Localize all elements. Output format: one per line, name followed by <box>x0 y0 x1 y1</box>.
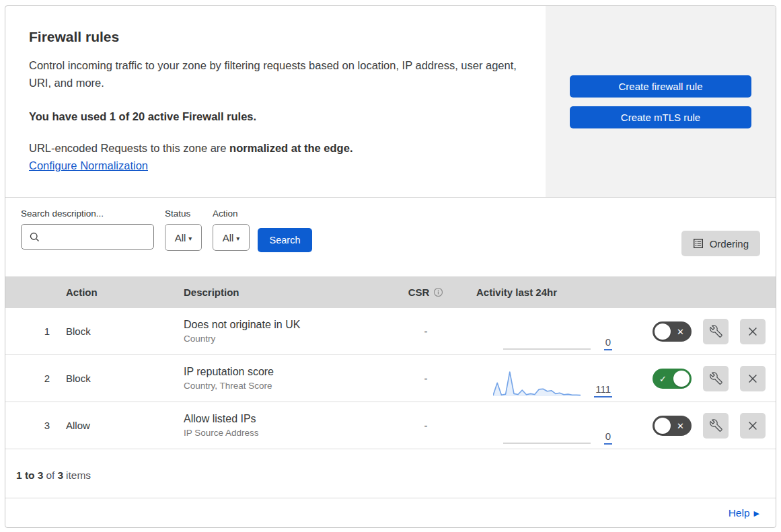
pagination-summary: 1 to 3 of 3 items <box>5 449 776 498</box>
help-link[interactable]: Help ▶ <box>729 507 759 519</box>
wrench-icon <box>710 325 722 338</box>
rule-priority: 1 <box>5 326 66 337</box>
items-of: of <box>46 469 54 482</box>
search-button[interactable]: Search <box>258 228 312 252</box>
status-group: Status All ▾ <box>165 208 202 251</box>
edit-rule-button[interactable] <box>703 366 729 391</box>
create-firewall-rule-button[interactable]: Create firewall rule <box>570 75 751 98</box>
activity-sparkline <box>503 416 591 445</box>
rule-action: Allow <box>66 420 184 431</box>
rule-csr: - <box>392 373 459 384</box>
normalization-prefix: URL-encoded Requests to this zone are <box>29 142 229 154</box>
normalization-note: URL-encoded Requests to this zone are no… <box>29 142 519 155</box>
x-icon: ✕ <box>677 421 684 430</box>
csr-label: CSR <box>408 287 430 298</box>
usage-summary: You have used 1 of 20 active Firewall ru… <box>29 110 519 123</box>
action-value: All <box>223 232 234 243</box>
rule-priority: 3 <box>5 420 66 431</box>
configure-normalization-link[interactable]: Configure Normalization <box>29 159 148 172</box>
rule-fields: IP Source Address <box>184 428 392 438</box>
status-value: All <box>175 232 186 243</box>
csr-column-header: CSR <box>392 287 459 298</box>
ordering-label: Ordering <box>710 238 749 250</box>
rule-description: IP reputation score Country, Threat Scor… <box>184 366 392 391</box>
filter-bar: Search description... Status All ▾ Actio… <box>5 198 776 276</box>
rule-action: Block <box>66 326 184 337</box>
rule-description-title: Allow listed IPs <box>184 413 392 425</box>
search-label: Search description... <box>21 208 154 219</box>
status-select[interactable]: All ▾ <box>165 224 202 251</box>
cta-panel: Create firewall rule Create mTLS rule <box>546 6 776 197</box>
activity-sparkline <box>493 369 581 397</box>
toggle-knob <box>655 324 671 340</box>
arrow-right-icon: ▶ <box>754 509 759 518</box>
rule-action: Block <box>66 373 184 384</box>
table-header: Action Description CSR Activity last 24h… <box>5 276 776 308</box>
ordering-button[interactable]: Ordering <box>681 231 760 256</box>
help-bar: Help ▶ <box>5 498 776 528</box>
intro-text: Firewall rules Control incoming traffic … <box>5 6 546 197</box>
page-title: Firewall rules <box>29 29 519 45</box>
items-word: items <box>66 469 91 482</box>
rule-description: Does not originate in UK Country <box>184 319 392 344</box>
edit-rule-button[interactable] <box>703 413 729 439</box>
search-icon <box>29 231 40 243</box>
rule-enable-toggle[interactable]: ✓ ✕ <box>653 369 692 389</box>
rule-activity: 0 <box>459 416 631 445</box>
action-label: Action <box>213 208 250 219</box>
chevron-down-icon: ▾ <box>188 233 192 242</box>
table-row: 3 Allow Allow listed IPs IP Source Addre… <box>5 402 776 449</box>
status-label: Status <box>165 208 202 219</box>
table-row: 2 Block IP reputation score Country, Thr… <box>5 355 776 402</box>
action-column-header: Action <box>66 287 184 298</box>
toggle-knob <box>673 371 690 387</box>
intro-section: Firewall rules Control incoming traffic … <box>5 6 776 198</box>
rule-description: Allow listed IPs IP Source Address <box>184 413 392 438</box>
rule-activity: 0 <box>459 322 631 350</box>
rule-activity: 111 <box>459 369 631 397</box>
toggle-knob <box>655 418 671 434</box>
edit-rule-button[interactable] <box>703 319 729 344</box>
x-icon: ✕ <box>677 327 684 336</box>
activity-sparkline <box>503 322 591 350</box>
rule-priority: 2 <box>5 373 66 384</box>
list-icon <box>693 238 704 249</box>
delete-rule-button[interactable] <box>740 413 766 439</box>
activity-count-link[interactable]: 0 <box>604 431 612 445</box>
search-input[interactable] <box>43 225 151 248</box>
wrench-icon <box>710 372 722 385</box>
info-icon[interactable] <box>433 287 443 297</box>
rule-description-title: Does not originate in UK <box>184 319 392 331</box>
delete-rule-button[interactable] <box>740 366 766 391</box>
action-select[interactable]: All ▾ <box>213 224 250 251</box>
rule-fields: Country <box>184 334 392 344</box>
delete-rule-button[interactable] <box>740 319 766 344</box>
page-description: Control incoming traffic to your zone by… <box>29 57 519 91</box>
search-group: Search description... <box>21 208 154 250</box>
rule-fields: Country, Threat Score <box>184 381 392 391</box>
rule-csr: - <box>392 420 459 431</box>
close-icon <box>747 420 759 432</box>
rule-csr: - <box>392 326 459 337</box>
normalization-bold: normalized at the edge. <box>229 142 352 154</box>
create-mtls-rule-button[interactable]: Create mTLS rule <box>570 106 751 128</box>
action-group: Action All ▾ <box>213 208 250 251</box>
table-row: 1 Block Does not originate in UK Country… <box>5 308 776 355</box>
help-label: Help <box>729 507 750 519</box>
activity-count-link[interactable]: 0 <box>604 337 612 350</box>
wrench-icon <box>710 419 722 432</box>
activity-count-link[interactable]: 111 <box>594 384 612 397</box>
rule-controls: ✓ ✕ <box>631 413 776 439</box>
rule-controls: ✓ ✕ <box>631 319 776 344</box>
items-total: 3 <box>57 469 63 482</box>
check-icon: ✓ <box>659 374 667 383</box>
rule-enable-toggle[interactable]: ✓ ✕ <box>653 321 692 342</box>
chevron-down-icon: ▾ <box>236 233 239 242</box>
rule-enable-toggle[interactable]: ✓ ✕ <box>653 416 692 436</box>
search-box <box>21 224 154 250</box>
activity-column-header: Activity last 24hr <box>459 287 631 298</box>
description-column-header: Description <box>184 287 392 298</box>
rule-description-title: IP reputation score <box>184 366 392 378</box>
close-icon <box>747 326 759 338</box>
items-range: 1 to 3 <box>16 469 43 482</box>
